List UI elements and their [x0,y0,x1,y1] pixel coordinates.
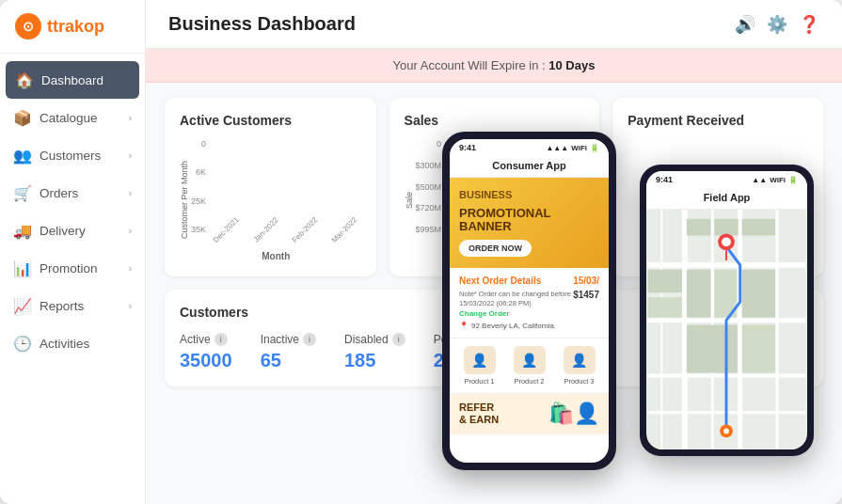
customers-icon: 👥 [13,146,32,165]
logo-icon: ⊙ [15,13,41,39]
bar-group: Jan-2022 [250,220,281,234]
sidebar-item-label: Activities [40,337,132,351]
map-svg [646,210,807,449]
alert-banner: Your Account Will Expire in : 10 Days [146,49,842,83]
stat-disabled: Disabled i 185 [344,333,405,371]
refer-text: REFER& EARN [459,402,543,426]
y-axis-label: Customer Per Month [180,161,189,239]
sidebar-item-orders[interactable]: 🛒 Orders › [0,174,145,212]
active-customers-title: Active Customers [180,113,361,128]
sidebar-item-promotion[interactable]: 📊 Promotion › [0,249,145,287]
active-customers-card: Active Customers Customer Per Month 35K … [165,98,376,276]
sidebar-nav: 🏠 Dashboard 📦 Catalogue › 👥 Customers › … [0,54,145,504]
product-label: Product 3 [564,377,594,386]
bar-group: Feb-2022 [289,220,321,234]
top-bar: Business Dashboard 🔊 ⚙️ ❓ [146,0,842,49]
product-label: Product 1 [464,377,494,386]
order-note: Note* Order can be changed before 15/03/… [459,290,573,308]
map-container [646,210,807,449]
change-order-link[interactable]: Change Order [459,309,573,318]
banner-line1: BUSINESS [459,189,599,201]
order-amount: $1457 [573,290,599,300]
bar-group: Mar-2022 [328,220,360,234]
bar-group: Dec-2021 [210,220,243,234]
svg-rect-17 [742,325,775,373]
phone-inner: 9:41 ▲▲▲ WiFi 🔋 Consumer App BUSINESS PR… [450,139,609,463]
banner-line2: PROMOTIONAL BANNER [459,207,599,234]
reports-icon: 📈 [13,296,32,315]
y-axis: 35K 25K 6K 0 [191,139,210,234]
svg-rect-15 [742,270,775,318]
chevron-right-icon: › [129,150,132,161]
sidebar-item-label: Reports [40,299,121,313]
order-location: 📍 92 Beverly LA, California [459,322,599,330]
consumer-app-title: Consumer App [450,156,609,178]
top-bar-icons: 🔊 ⚙️ ❓ [735,14,819,35]
sidebar-item-delivery[interactable]: 🚚 Delivery › [0,212,145,249]
info-icon: i [392,333,405,346]
catalogue-icon: 📦 [13,108,32,127]
consumer-app-phone: 9:41 ▲▲▲ WiFi 🔋 Consumer App BUSINESS PR… [442,132,616,470]
chevron-right-icon: › [129,301,132,311]
page-title: Business Dashboard [168,13,356,35]
settings-icon[interactable]: ⚙️ [767,14,787,35]
phone-products: 👤 Product 1 👤 Product 2 👤 Product 3 [450,339,609,394]
sidebar-item-label: Promotion [40,261,121,276]
sidebar-item-reports[interactable]: 📈 Reports › [0,287,145,324]
field-status-bar: 9:41 ▲▲ WiFi 🔋 [646,171,807,188]
sales-y-axis: $995M $720M $500M $300M 0 [416,139,446,234]
phone-order-details: Next Order Details 15/03/ Note* Order ca… [450,268,609,339]
svg-point-23 [722,237,731,246]
sidebar-item-label: Catalogue [40,111,121,125]
dashboard-icon: 🏠 [15,71,34,89]
field-app-title: Field App [646,188,807,210]
sidebar-item-label: Customers [40,149,121,163]
order-date: 15/03/ [573,276,599,286]
svg-rect-12 [742,219,775,236]
svg-rect-19 [648,297,682,318]
active-value: 35000 [180,350,232,371]
chevron-right-icon: › [129,188,132,198]
phone-refer: REFER& EARN 🛍️👤 [450,394,609,433]
svg-rect-16 [687,325,738,373]
sidebar-item-activities[interactable]: 🕒 Activities [0,324,145,362]
sidebar-item-customers[interactable]: 👥 Customers › [0,136,145,174]
order-now-button[interactable]: ORDER NOW [459,240,532,257]
product-label: Product 2 [514,377,544,386]
expiry-days: 10 Days [548,58,595,72]
sales-y-axis-label: Sale [405,192,414,209]
disabled-value: 185 [344,350,405,371]
chevron-right-icon: › [129,263,132,274]
chevron-right-icon: › [129,113,132,123]
logo-text: ttrakop [47,17,104,37]
bars-area: Dec-2021 Jan-2022 Feb-2022 [210,220,361,234]
product-icon: 👤 [464,346,496,374]
stat-inactive: Inactive i 65 [261,333,316,371]
product-1: 👤 Product 1 [457,346,501,386]
sidebar-item-label: Dashboard [41,73,130,87]
phone-banner: BUSINESS PROMOTIONAL BANNER ORDER NOW [450,178,609,268]
refer-illustration: 🛍️👤 [548,402,599,426]
payment-received-title: Payment Received [628,113,808,128]
sound-icon[interactable]: 🔊 [735,14,755,35]
svg-rect-18 [648,270,682,293]
svg-rect-11 [714,219,739,236]
svg-rect-13 [687,270,711,318]
sidebar-item-label: Delivery [40,224,121,238]
delivery-icon: 🚚 [13,221,32,240]
field-app-phone: 9:41 ▲▲ WiFi 🔋 Field App [640,165,814,456]
info-icon: i [214,333,228,346]
sidebar-item-dashboard[interactable]: 🏠 Dashboard [6,61,139,99]
sidebar-item-catalogue[interactable]: 📦 Catalogue › [0,99,145,136]
product-icon: 👤 [564,346,596,374]
help-icon[interactable]: ❓ [799,14,819,35]
x-axis-label: Month [191,251,361,261]
sidebar-item-label: Orders [40,186,121,200]
sidebar-logo: ⊙ ttrakop [0,0,145,54]
field-inner: 9:41 ▲▲ WiFi 🔋 Field App [646,171,807,449]
chevron-right-icon: › [129,226,132,236]
orders-icon: 🛒 [13,183,32,202]
info-icon: i [303,333,316,346]
sidebar: ⊙ ttrakop 🏠 Dashboard 📦 Catalogue › 👥 Cu… [0,0,146,504]
promotion-icon: 📊 [13,259,32,277]
